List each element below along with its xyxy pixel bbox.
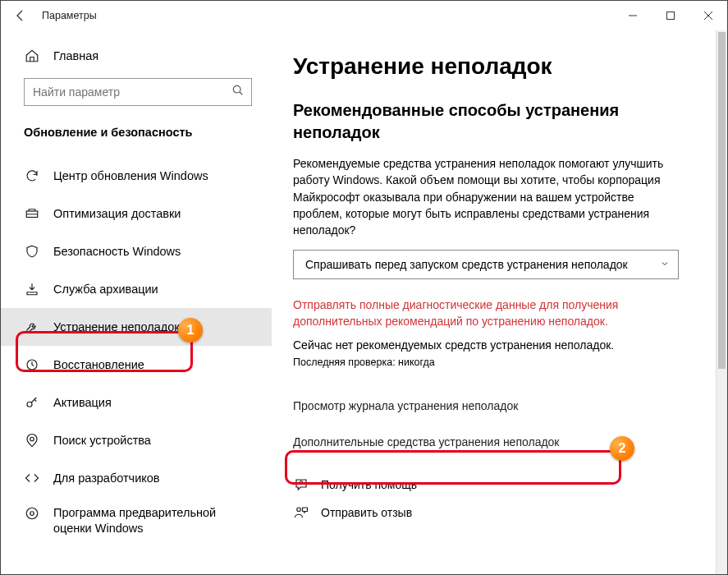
sync-icon xyxy=(24,168,40,184)
search-icon xyxy=(231,84,245,100)
dropdown-value: Спрашивать перед запуском средств устран… xyxy=(305,258,628,271)
sidebar-item-troubleshoot[interactable]: Устранение неполадок xyxy=(1,308,272,346)
help-icon xyxy=(293,476,309,493)
delivery-icon xyxy=(24,205,40,222)
minimize-button[interactable] xyxy=(614,2,652,29)
recommendation-status: Сейчас нет рекомендуемых средств устране… xyxy=(293,338,703,352)
svg-point-9 xyxy=(30,437,34,441)
troubleshoot-mode-dropdown[interactable]: Спрашивать перед запуском средств устран… xyxy=(293,250,679,279)
svg-line-5 xyxy=(240,92,242,94)
sidebar-nav: Центр обновления Windows Оптимизация дос… xyxy=(24,157,272,545)
sidebar-item-label: Безопасность Windows xyxy=(53,245,181,258)
sidebar-item-label: Центр обновления Windows xyxy=(53,169,208,182)
back-button[interactable] xyxy=(7,2,34,29)
sidebar-item-for-developers[interactable]: Для разработчиков xyxy=(24,459,272,497)
content-pane: Устранение неполадок Рекомендованные спо… xyxy=(272,30,727,574)
key-icon xyxy=(24,394,40,411)
sidebar-item-label: Программа предварительной оценки Windows xyxy=(53,505,242,536)
close-button[interactable] xyxy=(689,2,727,29)
insider-icon xyxy=(24,505,40,522)
section-heading: Обновление и безопасность xyxy=(24,126,272,139)
home-icon xyxy=(24,48,40,63)
section-description: Рекомендуемые средства устранения непола… xyxy=(293,155,679,238)
section-subheading: Рекомендованные способы устранения непол… xyxy=(293,99,703,144)
window-title: Параметры xyxy=(42,10,97,21)
sidebar-item-label: Активация xyxy=(53,396,112,409)
get-help-label: Получить помощь xyxy=(321,478,417,491)
title-bar: Параметры xyxy=(1,1,727,30)
sidebar-item-windows-update[interactable]: Центр обновления Windows xyxy=(24,157,272,195)
sidebar-item-label: Оптимизация доставки xyxy=(53,207,181,220)
sidebar-item-label: Устранение неполадок xyxy=(53,320,180,334)
recovery-icon xyxy=(24,356,40,373)
location-icon xyxy=(24,432,40,448)
scrollbar-thumb[interactable] xyxy=(718,32,726,369)
code-icon xyxy=(24,470,40,486)
shield-icon xyxy=(24,243,40,260)
feedback-icon xyxy=(293,504,309,521)
sidebar-item-activation[interactable]: Активация xyxy=(24,384,272,421)
callout-badge-1: 1 xyxy=(178,318,203,343)
maximize-button[interactable] xyxy=(652,2,689,29)
sidebar-item-label: Служба архивации xyxy=(53,283,158,296)
callout-badge-2: 2 xyxy=(610,436,634,461)
svg-point-8 xyxy=(27,402,32,407)
sidebar-item-find-my-device[interactable]: Поиск устройства xyxy=(24,421,272,459)
sidebar-item-insider-program[interactable]: Программа предварительной оценки Windows xyxy=(24,497,272,545)
sidebar-item-windows-security[interactable]: Безопасность Windows xyxy=(24,232,272,270)
last-check-label: Последняя проверка: никогда xyxy=(293,356,703,368)
search-field[interactable] xyxy=(33,85,231,99)
sidebar-item-label: Восстановление xyxy=(53,358,144,371)
additional-troubleshooters-link[interactable]: Дополнительные средства устранения непол… xyxy=(293,435,703,448)
home-label: Главная xyxy=(53,49,98,62)
backup-icon xyxy=(24,281,40,297)
diagnostic-warning[interactable]: Отправлять полные диагностические данные… xyxy=(293,297,679,329)
search-input[interactable] xyxy=(24,78,252,106)
sidebar-item-label: Поиск устройства xyxy=(53,434,151,447)
svg-rect-1 xyxy=(667,12,675,20)
history-link[interactable]: Просмотр журнала устранения неполадок xyxy=(293,399,703,412)
feedback-label: Отправить отзыв xyxy=(321,506,412,519)
page-title: Устранение неполадок xyxy=(293,53,703,80)
sidebar-item-delivery-optimization[interactable]: Оптимизация доставки xyxy=(24,195,272,232)
sidebar-item-recovery[interactable]: Восстановление xyxy=(24,346,272,384)
vertical-scrollbar[interactable] xyxy=(716,30,727,574)
svg-point-13 xyxy=(297,508,301,512)
home-link[interactable]: Главная xyxy=(24,48,272,63)
sidebar: Главная Обновление и безопасность Центр … xyxy=(1,30,272,574)
sidebar-item-label: Для разработчиков xyxy=(53,472,160,485)
get-help-link[interactable]: Получить помощь xyxy=(293,476,703,493)
svg-point-10 xyxy=(26,508,38,519)
svg-point-4 xyxy=(233,85,240,93)
chevron-down-icon xyxy=(660,258,670,271)
wrench-icon xyxy=(24,319,40,335)
svg-point-11 xyxy=(30,512,34,516)
feedback-link[interactable]: Отправить отзыв xyxy=(293,504,703,521)
sidebar-item-backup[interactable]: Служба архивации xyxy=(24,270,272,308)
